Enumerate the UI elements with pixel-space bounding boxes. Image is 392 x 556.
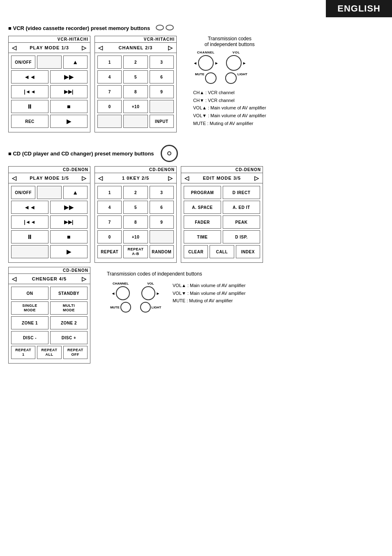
cd-key-btn-10[interactable]: +10 — [123, 230, 148, 243]
cd-btn-direct[interactable]: D IRECT — [223, 186, 260, 199]
vcr-ch-btn-5[interactable]: 5 — [123, 70, 148, 83]
cd-key-btn-1[interactable]: 1 — [97, 186, 122, 199]
cd-btn-disp[interactable]: D ISP. — [223, 230, 260, 243]
cd-key-btn-9[interactable]: 9 — [150, 215, 174, 229]
vcr-btn-stop[interactable]: ■ — [50, 100, 88, 113]
cd-btn-pause[interactable]: ⏸ — [11, 230, 48, 243]
cd-btn-call[interactable]: CALL — [210, 245, 234, 258]
cd-btn-program[interactable]: PROGRAM — [184, 186, 221, 199]
cd-btn-repeat1[interactable]: REPEAT1 — [11, 346, 35, 359]
cd-btn-repeat-off[interactable]: REPEATOFF — [63, 346, 88, 359]
vcr-ch-btn-7[interactable]: 7 — [97, 85, 122, 98]
cd-key-btn-6[interactable]: 6 — [150, 201, 174, 214]
vcr-btn-input[interactable]: INPUT — [150, 115, 174, 128]
vcr-ch-btn-9[interactable]: 9 — [150, 85, 174, 98]
cd-btn-aspace[interactable]: A. SPACE — [184, 201, 221, 214]
cd-btn-play[interactable]: ▶ — [50, 245, 88, 258]
vcr-ch-btn-4[interactable]: 4 — [97, 70, 122, 83]
vcr-panel1-prev[interactable]: ◁ — [12, 44, 17, 51]
cd-mute-row2: MUTE — [110, 302, 131, 313]
vcr-btn-prev[interactable]: |◄◄ — [11, 85, 48, 98]
cd-btn-eject[interactable]: ▲ — [63, 186, 88, 199]
cd-key-btn-3[interactable]: 3 — [150, 186, 174, 199]
cd-panel2-prev[interactable]: ◁ — [98, 175, 103, 181]
cd-btn-single-mode[interactable]: SINGLEMODE — [11, 301, 48, 315]
vcr-p2-row5: INPUT — [97, 115, 174, 128]
cd-panel2-next[interactable]: ▷ — [168, 175, 173, 181]
cd-panel-play: CD-DENON ◁ PLAY MODE 1/5 ▷ ON/OFF ▲ ◄◄ ▶… — [8, 166, 90, 263]
vcr-ch-btn-10[interactable]: +10 — [123, 100, 148, 113]
vcr-panel1-next[interactable]: ▷ — [82, 44, 87, 51]
vcr-btn-rewind[interactable]: ◄◄ — [11, 70, 48, 83]
vcr-mute-label: MUTE — [195, 72, 205, 84]
cd-p2-empty1 — [150, 230, 174, 243]
vcr-btn-next[interactable]: ▶▶| — [50, 85, 88, 98]
cd-btn-repeat-ab[interactable]: REPEATA-B — [123, 245, 148, 258]
cd-btn-zone2[interactable]: ZONE 2 — [50, 316, 88, 329]
vcr-ch-btn-0[interactable]: 0 — [97, 100, 122, 113]
vcr-btn-onoff[interactable]: ON/OFF — [11, 56, 35, 69]
cd-panel2-mode: 1 0KEY 2/5 — [122, 176, 149, 181]
cd-p3-row5: CLEAR CALL INDEX — [184, 245, 260, 258]
cd-btn-index[interactable]: INDEX — [236, 245, 260, 258]
cd-p2-row2: 4 5 6 — [97, 201, 174, 214]
cd-key-btn-7[interactable]: 7 — [97, 215, 122, 229]
vcr-ch-btn-6[interactable]: 6 — [150, 70, 174, 83]
vcr-btn-pause[interactable]: ⏸ — [11, 100, 48, 113]
vcr-circles-diagram: CHANNEL ◄ ► MUTE VOL — [193, 51, 266, 84]
vcr-header-text: ■ VCR (video cassette recorder) preset m… — [8, 25, 150, 31]
vcr-ch-btn-3[interactable]: 3 — [150, 56, 174, 69]
vcr-btn-ff[interactable]: ▶▶ — [50, 70, 88, 83]
cd-btn-clear[interactable]: CLEAR — [184, 245, 208, 258]
cd-panel4-prev[interactable]: ◁ — [12, 276, 17, 282]
cd-key-btn-0[interactable]: 0 — [97, 230, 122, 243]
cd-panel1-prev[interactable]: ◁ — [12, 175, 17, 181]
cd-btn-prev[interactable]: |◄◄ — [11, 215, 48, 229]
cd-btn-peak[interactable]: PEAK — [223, 215, 260, 229]
vcr-btn-rec[interactable]: REC — [11, 115, 48, 128]
cd-btn-onoff[interactable]: ON/OFF — [11, 186, 35, 199]
vcr-panel2-prev[interactable]: ◁ — [98, 44, 103, 51]
cd-key-btn-8[interactable]: 8 — [123, 215, 148, 229]
vcr-ch-btn-8[interactable]: 8 — [123, 85, 148, 98]
cd-panel4-brand: CD-DENON — [9, 267, 90, 274]
cd-key-btn-4[interactable]: 4 — [97, 201, 122, 214]
vcr-channel-circle — [198, 55, 214, 71]
cd-btn-next[interactable]: ▶▶| — [50, 215, 88, 229]
cd-btn-random[interactable]: RANDOM — [150, 245, 174, 258]
vcr-panel2-next[interactable]: ▷ — [168, 44, 173, 51]
cd-btn-multi-mode[interactable]: MULTIMODE — [50, 301, 88, 315]
cd-panel3-mode: EDIT MODE 3/5 — [203, 176, 241, 181]
vcr-light-label: LIGHT — [238, 72, 247, 84]
vcr-panel2-brand: VCR-HITACHI — [95, 36, 176, 43]
cd-btn-repeat-all[interactable]: REPEATALL — [37, 346, 61, 359]
cd-btn-aedit[interactable]: A. ED IT — [223, 201, 260, 214]
cd-panel1-next[interactable]: ▷ — [82, 175, 87, 181]
cd-btn-disc-minus[interactable]: DISC - — [11, 331, 48, 344]
cd-key-btn-5[interactable]: 5 — [123, 201, 148, 214]
cd-btn-zone1[interactable]: ZONE 1 — [11, 316, 48, 329]
cd-btn-standby[interactable]: STANDBY — [50, 287, 88, 300]
vcr-trans-list: CH▲ : VCR channel CH▼ : VCR channel VOL▲… — [193, 89, 266, 127]
cd-btn-rewind[interactable]: ◄◄ — [11, 201, 48, 214]
cd-p2-row5: REPEAT REPEATA-B RANDOM — [97, 245, 174, 258]
cd-panel3-next[interactable]: ▷ — [254, 175, 259, 181]
cd-btn-repeat[interactable]: REPEAT — [97, 245, 122, 258]
cd-btn-ff[interactable]: ▶▶ — [50, 201, 88, 214]
cd-btn-time[interactable]: TIME — [184, 230, 221, 243]
vcr-panel1-nav: ◁ PLAY MODE 1/3 ▷ — [9, 43, 90, 53]
cd-btn-fader[interactable]: FADER — [184, 215, 221, 229]
vcr-btn-eject[interactable]: ▲ — [63, 56, 88, 69]
cd-btn-stop[interactable]: ■ — [50, 230, 88, 243]
vcr-panel-play: VCR-HITACHI ◁ PLAY MODE 1/3 ▷ ON/OFF ▲ ◄… — [8, 36, 90, 132]
vcr-ch-btn-1[interactable]: 1 — [97, 56, 122, 69]
cd-panel3-prev[interactable]: ◁ — [184, 175, 189, 181]
cd-btn-disc-plus[interactable]: DISC + — [50, 331, 88, 344]
cd-key-btn-2[interactable]: 2 — [123, 186, 148, 199]
cd-panel4-next[interactable]: ▷ — [82, 276, 87, 282]
cd-panel4-mode: CHENGER 4/5 — [32, 276, 67, 281]
vcr-ch-btn-2[interactable]: 2 — [123, 56, 148, 69]
vcr-vol-label: VOL — [233, 51, 240, 54]
cd-btn-on[interactable]: ON — [11, 287, 48, 300]
vcr-btn-play[interactable]: ▶ — [50, 115, 88, 128]
